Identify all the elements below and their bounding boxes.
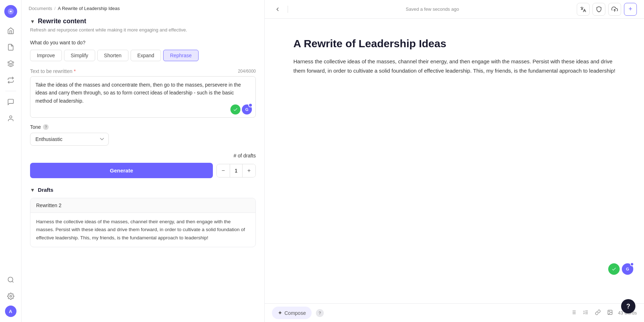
text-field-label: Text to be rewritten * xyxy=(30,68,76,74)
breadcrumb-current: A Rewrite of Leadership Ideas xyxy=(58,6,119,11)
sidebar-item-person[interactable] xyxy=(4,111,18,126)
footer-image-icon[interactable] xyxy=(606,308,614,318)
char-count: 204/6000 xyxy=(238,69,256,74)
app-logo[interactable] xyxy=(4,5,17,18)
stepper-increase[interactable]: + xyxy=(243,164,255,177)
left-panel: Documents / A Rewrite of Leadership Idea… xyxy=(21,0,265,322)
generate-row: Generate − 1 + xyxy=(30,163,256,178)
text-area-wrapper: G xyxy=(30,76,256,118)
svg-point-5 xyxy=(10,296,11,297)
svg-marker-1 xyxy=(8,61,14,64)
breadcrumb-parent[interactable]: Documents xyxy=(29,6,52,11)
sidebar-item-layers[interactable] xyxy=(4,57,18,71)
doc-footer: ✦ Compose ? 43 words xyxy=(265,303,644,322)
compose-icon: ✦ xyxy=(278,309,282,316)
draft-card-body: Harness the collective ideas of the mass… xyxy=(30,213,255,247)
draft-card: Rewritten 2 Harness the collective ideas… xyxy=(30,198,256,247)
footer-ordered-list-icon[interactable] xyxy=(581,308,590,318)
ai-badge xyxy=(248,103,253,107)
tab-rephrase[interactable]: Rephrase xyxy=(163,50,199,61)
header-divider xyxy=(288,6,288,13)
sidebar-divider xyxy=(5,91,16,91)
grammar-check-icon[interactable] xyxy=(230,104,240,114)
float-grammar-icon[interactable] xyxy=(608,263,620,275)
upload-button[interactable] xyxy=(608,3,621,16)
tone-help-icon[interactable]: ? xyxy=(43,124,49,130)
document-area: A Rewrite of Leadership Ideas Harness th… xyxy=(265,19,644,303)
footer-link-icon[interactable] xyxy=(594,308,602,318)
tone-label-text: Tone xyxy=(30,124,41,130)
right-header: Saved a few seconds ago + xyxy=(265,0,644,19)
tab-shorten[interactable]: Shorten xyxy=(97,50,128,61)
sidebar-bottom: A xyxy=(4,273,18,317)
tab-expand[interactable]: Expand xyxy=(131,50,161,61)
sidebar: A xyxy=(0,0,21,322)
section-collapse-icon[interactable]: ▼ xyxy=(30,19,35,24)
tab-improve[interactable]: Improve xyxy=(30,50,62,61)
generate-button[interactable]: Generate xyxy=(30,163,213,178)
help-fab[interactable]: ? xyxy=(621,299,635,313)
tone-label-row: Tone ? xyxy=(30,124,256,130)
tone-select[interactable]: Default Formal Informal Enthusiastic Pro… xyxy=(30,133,109,146)
compose-button[interactable]: ✦ Compose xyxy=(272,307,312,319)
stepper-decrease[interactable]: − xyxy=(217,164,230,177)
compose-label: Compose xyxy=(284,310,306,316)
what-label: What do you want to do? xyxy=(30,40,256,45)
sidebar-item-chat[interactable] xyxy=(4,95,18,109)
drafts-section-header: ▼ Drafts xyxy=(30,187,256,193)
sidebar-item-sync[interactable] xyxy=(4,73,18,87)
svg-point-3 xyxy=(8,277,13,282)
float-ai-icon[interactable]: G xyxy=(622,263,633,275)
header-tools: + xyxy=(577,3,637,16)
section-header: ▼ Rewrite content xyxy=(30,18,256,25)
translate-button[interactable] xyxy=(577,3,590,16)
draft-card-title: Rewritten 2 xyxy=(30,198,255,213)
document-body[interactable]: Harness the collective ideas of the mass… xyxy=(293,57,615,76)
right-panel: Saved a few seconds ago + A Rewrite of L… xyxy=(265,0,644,322)
section-title: Rewrite content xyxy=(38,18,86,25)
sidebar-item-home[interactable] xyxy=(4,24,18,38)
sidebar-item-search[interactable] xyxy=(4,273,18,287)
sidebar-item-settings[interactable] xyxy=(4,289,18,303)
sidebar-item-documents[interactable] xyxy=(4,40,18,54)
text-field-header: Text to be rewritten * 204/6000 xyxy=(30,68,256,74)
ai-tool-icon[interactable]: G xyxy=(242,104,252,114)
tabs: Improve Simplify Shorten Expand Rephrase xyxy=(30,50,256,61)
saved-status: Saved a few seconds ago xyxy=(292,6,572,12)
add-button[interactable]: + xyxy=(624,3,637,16)
tab-simplify[interactable]: Simplify xyxy=(64,50,95,61)
document-title: A Rewrite of Leadership Ideas xyxy=(293,36,615,50)
svg-point-2 xyxy=(9,116,12,118)
drafts-collapse-icon[interactable]: ▼ xyxy=(30,187,35,193)
footer-list-icon[interactable] xyxy=(569,308,578,318)
drafts-section-title: Drafts xyxy=(38,187,53,193)
float-ai-badge xyxy=(630,262,634,266)
breadcrumb: Documents / A Rewrite of Leadership Idea… xyxy=(21,0,264,14)
text-to-rewrite[interactable] xyxy=(30,77,255,116)
drafts-count-row: # of drafts xyxy=(30,153,256,158)
stepper-value: 1 xyxy=(230,164,243,177)
footer-help-icon[interactable]: ? xyxy=(316,309,324,317)
user-avatar[interactable]: A xyxy=(5,306,16,317)
svg-point-17 xyxy=(609,311,610,312)
svg-line-4 xyxy=(12,281,13,283)
section-description: Refresh and repurpose content while maki… xyxy=(30,27,256,33)
breadcrumb-separator: / xyxy=(54,6,56,11)
drafts-count-label: # of drafts xyxy=(234,153,256,158)
shield-button[interactable] xyxy=(592,3,605,16)
textarea-tools: G xyxy=(230,104,252,114)
drafts-stepper: − 1 + xyxy=(216,164,256,177)
floating-tools: G xyxy=(608,263,633,275)
back-button[interactable] xyxy=(272,4,283,15)
